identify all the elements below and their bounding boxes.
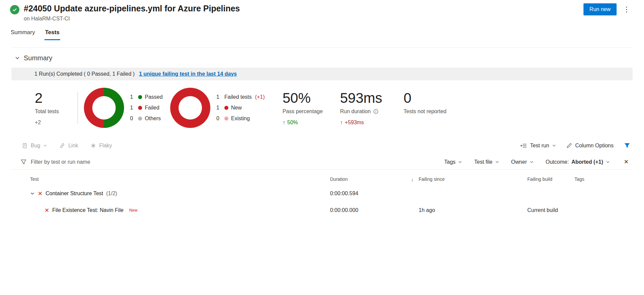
failed-dot-icon (138, 106, 142, 110)
filter-funnel-filled-icon (624, 142, 631, 149)
outcome-donut-chart (84, 88, 124, 128)
failed-tests-count: 1 (216, 94, 222, 100)
stats-divider (78, 92, 78, 124)
group-by-test-run-button[interactable]: Test run (520, 143, 556, 149)
failed-label: Failed (145, 105, 159, 111)
tags-filter-dropdown[interactable]: Tags (444, 159, 462, 165)
summary-stats-row: 2 Total tests +2 1 Passed 1 Failed 0 Oth… (35, 90, 633, 128)
legend-item-others: 0 Others (130, 113, 170, 124)
flaky-button[interactable]: Flaky (90, 143, 112, 149)
legend-item-existing: 0 Existing (216, 113, 283, 124)
tab-summary[interactable]: Summary (10, 28, 36, 40)
tab-summary-label: Summary (11, 29, 35, 35)
donut-hole (179, 96, 202, 120)
test-file-filter-label: Test file (474, 159, 492, 165)
column-header-tags[interactable]: Tags (574, 176, 644, 182)
filter-input[interactable] (31, 159, 171, 165)
tab-tests[interactable]: Tests (44, 28, 60, 40)
run-duration-value: 593ms (340, 90, 404, 105)
new-dot-icon (224, 106, 228, 110)
column-options-label: Column Options (575, 143, 614, 149)
legend-item-passed: 1 Passed (130, 92, 170, 102)
passed-label: Passed (145, 94, 163, 100)
row-expand-chevron-icon[interactable] (30, 191, 35, 196)
filter-toggle-button[interactable] (624, 142, 631, 149)
total-tests-value: 2 (35, 90, 78, 105)
sort-descending-icon[interactable]: ↓ (411, 176, 414, 182)
cell-duration: 0:00:00.000 (330, 207, 419, 213)
owner-filter-dropdown[interactable]: Owner (511, 159, 534, 165)
column-header-failing-build[interactable]: Failing build (527, 176, 574, 182)
new-label: New (231, 105, 242, 111)
summary-section: Summary 1 Run(s) Completed ( 0 Passed, 1… (11, 48, 633, 128)
column-header-failing-since[interactable]: Failing since (419, 176, 527, 182)
info-icon[interactable] (373, 109, 379, 114)
outcome-filter-dropdown[interactable]: Outcome: Aborted (+1) (546, 159, 610, 165)
bug-button[interactable]: Bug (22, 143, 47, 149)
others-label: Others (145, 116, 161, 122)
runs-summary-banner: 1 Run(s) Completed ( 0 Passed, 1 Failed … (11, 68, 633, 80)
total-tests-label: Total tests (35, 108, 78, 115)
legend-item-failed-tests: 1 Failed tests (+1) (216, 92, 283, 102)
run-duration-trend: ↑ +593ms (340, 120, 404, 126)
pipeline-name: on HalaRM-CST-CI (24, 16, 240, 22)
cell-duration: 0:00:00.594 (330, 191, 419, 197)
trend-up-icon: ↑ (340, 120, 343, 126)
filter-bar: Tags Test file Owner Outcome: Aborted (+… (11, 154, 633, 170)
existing-label: Existing (231, 116, 250, 122)
table-row-file-existence-test[interactable]: ✕ File Existence Test: Navin File New 0:… (0, 202, 644, 219)
close-icon: ✕ (624, 159, 629, 165)
tab-bar: Summary Tests (10, 28, 644, 40)
passed-dot-icon (138, 95, 142, 99)
chevron-down-icon (552, 144, 556, 148)
test-file-filter-dropdown[interactable]: Test file (474, 159, 499, 165)
failed-test-x-icon: ✕ (38, 191, 42, 197)
owner-filter-label: Owner (511, 159, 527, 165)
link-button-label: Link (68, 143, 78, 149)
pass-percentage-label: Pass percentage (283, 108, 340, 115)
column-options-button[interactable]: Column Options (566, 143, 614, 149)
summary-section-title: Summary (24, 54, 52, 62)
column-options-icon (566, 143, 572, 149)
group-by-icon (520, 143, 527, 149)
cell-failing-since: 1h ago (419, 207, 527, 213)
bug-icon (22, 143, 28, 149)
more-options-button[interactable]: ⋮ (621, 3, 633, 15)
legend-item-failed: 1 Failed (130, 102, 170, 113)
failed-tests-delta: (+1) (255, 94, 265, 100)
others-count: 0 (130, 116, 135, 122)
table-row-container-structure-test[interactable]: ✕ Container Structure Test (1/2) 0:00:00… (0, 185, 644, 202)
run-duration-label: Run duration (340, 108, 371, 115)
trend-up-icon: ↑ (283, 120, 285, 126)
pass-percentage-trend: ↑ 50% (283, 120, 340, 126)
column-header-test[interactable]: Test (0, 176, 330, 182)
kebab-icon: ⋮ (623, 5, 630, 13)
active-tab-underline (44, 39, 60, 40)
donut-hole (92, 96, 116, 120)
run-duration-trend-value: +593ms (345, 120, 364, 126)
build-success-icon (10, 5, 19, 14)
test-name: Container Structure Test (45, 191, 103, 197)
results-toolbar: Bug Link Flaky Test run (22, 142, 631, 149)
cell-failing-build: Current build (527, 207, 574, 213)
duration-header-label: Duration (330, 176, 348, 182)
chevron-down-icon (495, 160, 499, 164)
pass-percentage-card: 50% Pass percentage ↑ 50% (283, 90, 340, 126)
not-reported-card: 0 Tests not reported (404, 90, 446, 115)
chevron-down-icon (606, 160, 610, 164)
outcome-legend: 1 Passed 1 Failed 0 Others (130, 92, 170, 124)
link-button[interactable]: Link (59, 143, 78, 149)
outcome-filter-value: Aborted (+1) (571, 159, 603, 165)
test-results-grid: Test Duration ↓ Failing since Failing bu… (0, 173, 644, 219)
flaky-icon (90, 143, 96, 149)
run-duration-card: 593ms Run duration ↑ +593ms (340, 90, 404, 126)
failed-tests-donut-chart (170, 88, 210, 128)
column-header-duration[interactable]: Duration ↓ (330, 176, 419, 182)
run-new-button[interactable]: Run new (583, 3, 617, 15)
tags-filter-label: Tags (444, 159, 456, 165)
summary-section-toggle[interactable]: Summary (15, 53, 633, 63)
clear-filter-button[interactable]: ✕ (624, 158, 629, 165)
unique-failing-tests-link[interactable]: 1 unique failing test in the last 14 day… (139, 71, 237, 77)
chevron-down-icon (530, 160, 534, 164)
build-header: #24050 Update azure-pipelines.yml for Az… (0, 0, 644, 22)
